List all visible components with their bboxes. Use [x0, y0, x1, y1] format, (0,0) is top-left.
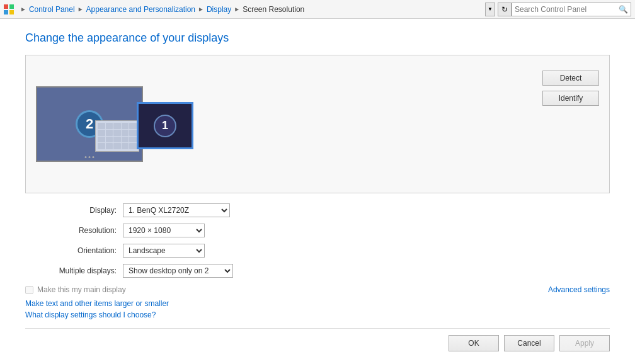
breadcrumb-controls: ▼ ↻	[485, 3, 512, 16]
display-preview-box: 2	[25, 55, 610, 193]
bottom-buttons: OK Cancel Apply	[25, 335, 610, 351]
breadcrumb-control-panel[interactable]: Control Panel	[29, 5, 75, 14]
display-control: 1. BenQ XL2720Z	[123, 203, 230, 217]
page-title: Change the appearance of your displays	[25, 31, 610, 45]
grid-cell	[129, 143, 137, 149]
detect-button[interactable]: Detect	[542, 71, 599, 86]
monitor-buttons: Detect Identify	[542, 65, 599, 106]
what-display-link[interactable]: What display settings should I choose?	[25, 310, 156, 319]
display-label: Display:	[25, 206, 123, 215]
grid-cell	[122, 123, 129, 129]
svg-rect-2	[4, 10, 8, 14]
grid-cell	[106, 143, 113, 149]
monitor-2[interactable]: 2	[36, 86, 143, 162]
monitors-container: 2	[36, 86, 542, 162]
breadcrumb-appearance[interactable]: Appearance and Personalization	[86, 5, 195, 14]
grid-cell	[113, 137, 121, 143]
monitor-2-dots	[85, 156, 94, 158]
identify-button[interactable]: Identify	[542, 91, 599, 106]
resolution-control: 1920 × 1080	[123, 224, 205, 237]
breadcrumb-arrow-0: ►	[20, 6, 26, 13]
grid-cell	[106, 137, 113, 143]
display-row: Display: 1. BenQ XL2720Z	[25, 203, 610, 217]
monitor-2-screen	[95, 120, 139, 152]
grid-cell	[106, 130, 113, 136]
search-box[interactable]: 🔍	[512, 3, 631, 16]
breadcrumb-bar: ► Control Panel ► Appearance and Persona…	[0, 0, 635, 19]
grid-cell	[106, 123, 113, 129]
svg-rect-0	[4, 4, 8, 9]
ok-button[interactable]: OK	[449, 335, 499, 351]
apply-button[interactable]: Apply	[559, 335, 610, 351]
resolution-row: Resolution: 1920 × 1080	[25, 224, 610, 237]
breadcrumb-path: ► Control Panel ► Appearance and Persona…	[18, 5, 480, 14]
main-content: Change the appearance of your displays 2	[0, 19, 635, 364]
search-input[interactable]	[515, 5, 619, 14]
grid-cell	[113, 130, 121, 136]
grid-cell	[98, 130, 105, 136]
orientation-row: Orientation: Landscape Portrait Landscap…	[25, 244, 610, 258]
monitor-2-dot	[93, 156, 94, 158]
advanced-settings-link[interactable]: Advanced settings	[548, 285, 610, 294]
main-display-checkbox[interactable]	[25, 286, 33, 294]
cancel-button[interactable]: Cancel	[504, 335, 554, 351]
larger-smaller-link-row: Make text and other items larger or smal…	[25, 299, 610, 308]
bottom-divider	[25, 328, 610, 329]
breadcrumb-refresh-button[interactable]: ↻	[498, 3, 512, 16]
main-display-label: Make this my main display	[37, 285, 126, 294]
breadcrumb-arrow-1: ►	[77, 6, 84, 13]
svg-rect-3	[9, 10, 14, 14]
what-display-link-row: What display settings should I choose?	[25, 310, 610, 319]
monitor-1[interactable]: 1	[137, 102, 193, 149]
monitor-2-dot	[85, 156, 87, 158]
grid-cell	[129, 137, 137, 143]
multiple-displays-select[interactable]: Show desktop only on 2 Duplicate these d…	[123, 264, 233, 278]
grid-cell	[113, 123, 121, 129]
multiple-displays-control: Show desktop only on 2 Duplicate these d…	[123, 264, 233, 278]
settings-form: Display: 1. BenQ XL2720Z Resolution: 192…	[25, 203, 610, 278]
grid-cell	[98, 123, 105, 129]
larger-smaller-link[interactable]: Make text and other items larger or smal…	[25, 299, 169, 308]
breadcrumb-current: Screen Resolution	[243, 5, 304, 14]
orientation-select[interactable]: Landscape Portrait Landscape (flipped) P…	[123, 244, 205, 258]
resolution-select[interactable]: 1920 × 1080	[123, 224, 205, 237]
breadcrumb-arrow-2: ►	[198, 6, 204, 13]
orientation-control: Landscape Portrait Landscape (flipped) P…	[123, 244, 205, 258]
grid-cell	[122, 143, 129, 149]
orientation-label: Orientation:	[25, 246, 123, 255]
grid-cell	[98, 137, 105, 143]
breadcrumb-arrow-3: ►	[234, 6, 240, 13]
multiple-displays-row: Multiple displays: Show desktop only on …	[25, 264, 610, 278]
windows-logo-icon[interactable]	[4, 4, 14, 14]
main-display-row: Make this my main display Advanced setti…	[25, 285, 610, 294]
grid-cell	[129, 130, 137, 136]
grid-cell	[122, 137, 129, 143]
search-icon: 🔍	[619, 5, 628, 14]
monitor-1-number: 1	[154, 115, 176, 137]
resolution-label: Resolution:	[25, 226, 123, 235]
multiple-displays-label: Multiple displays:	[25, 266, 123, 275]
display-select[interactable]: 1. BenQ XL2720Z	[123, 203, 230, 217]
grid-cell	[129, 123, 137, 129]
svg-rect-1	[9, 4, 14, 9]
monitor-2-dot	[89, 156, 91, 158]
breadcrumb-display[interactable]: Display	[207, 5, 231, 14]
grid-cell	[113, 143, 121, 149]
breadcrumb-dropdown-button[interactable]: ▼	[485, 3, 495, 16]
grid-cell	[98, 143, 105, 149]
grid-cell	[122, 130, 129, 136]
